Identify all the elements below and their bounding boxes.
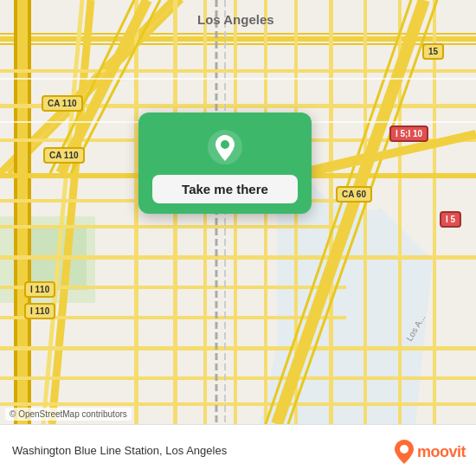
svg-rect-29	[0, 255, 476, 260]
highway-badge-i110-2: I 110	[24, 303, 55, 319]
highway-badge-i5: I 5	[440, 211, 461, 228]
svg-rect-19	[329, 0, 333, 424]
svg-rect-13	[134, 0, 138, 424]
copyright-text: © OpenStreetMap contributors	[10, 409, 127, 419]
bottom-bar: Washington Blue Line Station, Los Angele…	[0, 424, 476, 476]
moovit-logo: moovit	[395, 440, 466, 464]
location-pin-icon	[206, 128, 244, 166]
svg-rect-4	[0, 33, 476, 35]
highway-badge-ca110-2: CA 110	[43, 147, 85, 164]
highway-badge-i110-1: I 110	[24, 281, 55, 298]
highway-badge-15: 15	[422, 43, 444, 60]
svg-text:Los Angeles: Los Angeles	[197, 12, 274, 27]
moovit-pin-icon	[395, 440, 414, 464]
svg-point-51	[400, 445, 408, 453]
svg-rect-22	[433, 0, 436, 424]
copyright-notice: © OpenStreetMap contributors	[5, 408, 132, 421]
svg-rect-20	[363, 0, 367, 424]
highway-badge-ca110-1: CA 110	[42, 95, 83, 112]
svg-rect-32	[0, 346, 476, 351]
svg-rect-12	[28, 0, 31, 424]
svg-rect-45	[0, 78, 476, 80]
location-card: Take me there	[138, 113, 312, 214]
moovit-text: moovit	[417, 443, 466, 461]
station-name: Washington Blue Line Station, Los Angele…	[12, 444, 227, 457]
map-container: Los Angeles Los A... CA 110 CA 110 I 110…	[0, 0, 476, 424]
svg-rect-11	[14, 0, 17, 424]
svg-rect-28	[0, 225, 346, 228]
highway-badge-ca60: CA 60	[336, 186, 372, 203]
svg-rect-10	[17, 0, 28, 424]
svg-rect-33	[0, 376, 476, 380]
highway-badge-i5-i10: I 5;I 10	[389, 125, 428, 142]
svg-rect-34	[0, 402, 476, 406]
take-me-there-button[interactable]: Take me there	[152, 175, 298, 203]
svg-point-50	[221, 140, 229, 149]
